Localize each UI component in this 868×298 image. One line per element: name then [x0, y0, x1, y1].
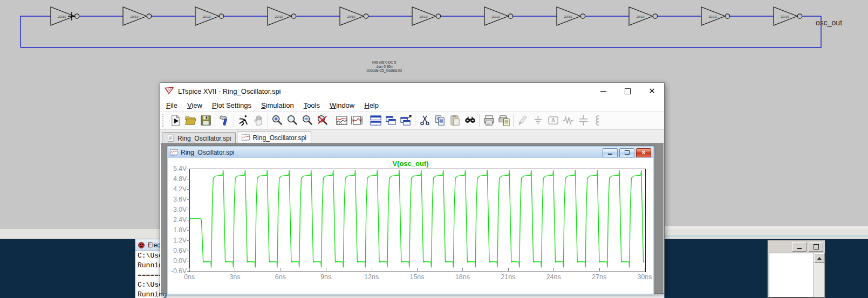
svg-text:20/10: 20/10 — [781, 15, 789, 18]
print-preview-icon[interactable] — [496, 113, 511, 128]
x-tick-label: 9ns — [312, 273, 339, 281]
waveform-plot-window: Ring_Oscillator.spi × V(osc_out) 5.4V4.8… — [167, 146, 654, 295]
control-panel-icon[interactable] — [217, 113, 232, 128]
electric-app-icon — [138, 241, 145, 249]
resistor-icon[interactable] — [561, 113, 576, 128]
run-netlist-icon[interactable] — [168, 113, 183, 128]
tab-1-netlist-doc[interactable]: Ring_Oscillator.spi — [162, 132, 236, 144]
svg-text:20/10: 20/10 — [347, 15, 356, 18]
halt-icon[interactable] — [251, 113, 266, 128]
tile-horizontal-icon[interactable] — [368, 113, 383, 128]
copy-icon[interactable] — [432, 113, 447, 128]
y-tick-label: 2.4V — [169, 216, 187, 224]
ground-icon[interactable] — [530, 113, 545, 128]
maximize-icon — [814, 244, 819, 250]
menu-help[interactable]: Help — [359, 100, 384, 111]
x-tick-label: 18ns — [449, 273, 476, 281]
run-icon[interactable] — [236, 113, 251, 128]
zoom-redraw-icon[interactable] — [315, 113, 330, 128]
background-right-window — [767, 240, 825, 298]
vertical-scrollbar[interactable] — [814, 253, 825, 297]
svg-text:20/10: 20/10 — [491, 15, 500, 18]
zoom-out-icon[interactable] — [300, 113, 315, 128]
oscillator-trace — [190, 169, 645, 272]
paste-icon[interactable] — [447, 113, 462, 128]
print-icon[interactable] — [481, 113, 496, 128]
waveform-icon — [170, 149, 178, 156]
menu-window[interactable]: Window — [325, 100, 359, 111]
plot-window-title: Ring_Oscillator.spi — [181, 149, 234, 156]
menu-bar: FileViewPlot SettingsSimulationToolsWind… — [160, 99, 664, 112]
toolbar-separator — [268, 114, 268, 127]
close-icon: ✕ — [648, 86, 655, 96]
net-label-osc-out: osc_out — [816, 18, 842, 27]
toolbar-grip — [162, 114, 166, 127]
inductor-icon[interactable] — [591, 113, 606, 128]
minimize-button[interactable] — [591, 83, 616, 99]
x-tick-label: 24ns — [540, 273, 567, 281]
toolbar-separator — [513, 114, 514, 127]
plot-pane[interactable]: V(osc_out) 5.4V4.8V4.2V3.6V3.0V2.4V1.8V1… — [169, 159, 652, 293]
restore-icon — [625, 150, 630, 155]
wire-icon[interactable] — [515, 113, 530, 128]
x-tick-label: 21ns — [495, 273, 522, 281]
plot-window-title-bar[interactable]: Ring_Oscillator.spi × — [168, 147, 653, 158]
minimize-button[interactable] — [603, 148, 618, 157]
close-icon: × — [641, 150, 645, 155]
cascade-icon[interactable] — [398, 113, 413, 128]
x-tick-label: 30ns — [631, 273, 652, 281]
minimize-icon — [600, 91, 606, 92]
maximize-button[interactable] — [616, 83, 640, 99]
svg-text:20/10: 20/10 — [202, 15, 211, 18]
label-net-icon[interactable]: A — [545, 113, 561, 128]
svg-text:20/10: 20/10 — [636, 15, 645, 18]
document-tab-bar: Ring_Oscillator.spiRing_Oscillator.spi — [160, 130, 664, 144]
find-icon[interactable] — [462, 113, 477, 128]
x-tick-label: 3ns — [221, 273, 248, 281]
y-tick-label: 4.2V — [169, 185, 187, 193]
zoom-in-icon[interactable] — [270, 113, 285, 128]
menu-view[interactable]: View — [182, 100, 207, 111]
svg-text:20/10: 20/10 — [564, 15, 572, 18]
minimize-button[interactable] — [792, 242, 807, 252]
y-tick-label: 1.2V — [169, 237, 187, 244]
svg-text:A: A — [551, 117, 555, 123]
maximize-button[interactable] — [809, 242, 823, 252]
toolbar-separator — [332, 114, 332, 127]
title-bar[interactable]: LTspice XVII - Ring_Oscillator.spi ✕ — [160, 83, 664, 99]
save-icon[interactable] — [198, 113, 213, 128]
scroll-up-button[interactable] — [814, 253, 824, 263]
svg-text:20/10: 20/10 — [708, 15, 717, 18]
ltspice-logo-icon — [164, 87, 174, 96]
right-window-title-bar[interactable] — [768, 240, 825, 253]
close-button[interactable]: × — [636, 148, 651, 157]
toolbar-separator — [415, 114, 415, 127]
tab-2-waveform[interactable]: Ring_Oscillator.spi — [237, 131, 311, 144]
menu-plot-settings[interactable]: Plot Settings — [207, 100, 256, 111]
x-tick-label: 15ns — [404, 273, 430, 281]
y-tick-label: 3.0V — [169, 206, 187, 213]
cut-icon[interactable] — [417, 113, 432, 128]
svg-text:20/10: 20/10 — [58, 15, 66, 18]
open-folder-icon[interactable] — [183, 113, 198, 128]
toolbar-separator — [215, 114, 215, 127]
tile-vertical-icon[interactable] — [383, 113, 398, 128]
menu-simulation[interactable]: Simulation — [256, 100, 299, 111]
autorange-y-icon[interactable] — [334, 113, 349, 128]
mdi-client-area: Ring_Oscillator.spi × V(osc_out) 5.4V4.8… — [161, 143, 664, 293]
toolbar: A — [160, 112, 664, 130]
y-tick-label: 1.8V — [169, 226, 187, 234]
minimize-icon — [797, 248, 802, 249]
trace-title: V(osc_out) — [169, 160, 652, 168]
up-arrow-icon — [817, 257, 822, 260]
menu-tools[interactable]: Tools — [299, 100, 325, 111]
zoom-full-icon[interactable] — [285, 113, 300, 128]
capacitor-icon[interactable] — [576, 113, 591, 128]
y-tick-label: 0.0V — [169, 257, 187, 265]
plot-settings-icon[interactable] — [349, 113, 364, 128]
close-button[interactable]: ✕ — [640, 83, 664, 99]
restore-button[interactable] — [619, 148, 634, 157]
right-window-content — [769, 253, 814, 297]
menu-file[interactable]: File — [161, 100, 182, 111]
y-tick-label: 5.4V — [169, 165, 187, 172]
